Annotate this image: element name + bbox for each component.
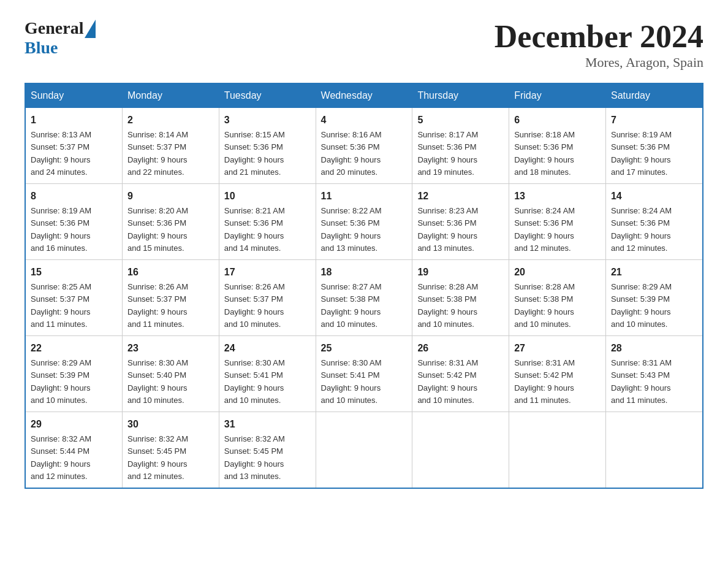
- calendar-cell: 5 Sunrise: 8:17 AMSunset: 5:36 PMDayligh…: [412, 108, 509, 184]
- calendar-cell: [412, 412, 509, 489]
- day-number: 9: [127, 189, 214, 204]
- day-info: Sunrise: 8:32 AMSunset: 5:44 PMDaylight:…: [31, 434, 91, 481]
- calendar-cell: 17 Sunrise: 8:26 AMSunset: 5:37 PMDaylig…: [219, 260, 316, 336]
- calendar-body: 1 Sunrise: 8:13 AMSunset: 5:37 PMDayligh…: [25, 108, 703, 489]
- day-info: Sunrise: 8:25 AMSunset: 5:37 PMDaylight:…: [31, 282, 91, 329]
- calendar-cell: 3 Sunrise: 8:15 AMSunset: 5:36 PMDayligh…: [219, 108, 316, 184]
- calendar-cell: [316, 412, 412, 489]
- day-info: Sunrise: 8:15 AMSunset: 5:36 PMDaylight:…: [224, 130, 285, 177]
- calendar-cell: 27 Sunrise: 8:31 AMSunset: 5:42 PMDaylig…: [509, 336, 606, 412]
- week-row-5: 29 Sunrise: 8:32 AMSunset: 5:44 PMDaylig…: [25, 412, 703, 489]
- calendar-cell: 6 Sunrise: 8:18 AMSunset: 5:36 PMDayligh…: [509, 108, 606, 184]
- logo-blue-text: Blue: [25, 38, 58, 57]
- day-number: 18: [321, 265, 408, 280]
- day-number: 19: [417, 265, 504, 280]
- calendar-cell: [509, 412, 606, 489]
- calendar-cell: 29 Sunrise: 8:32 AMSunset: 5:44 PMDaylig…: [25, 412, 122, 489]
- day-header-saturday: Saturday: [605, 83, 703, 108]
- calendar-cell: 13 Sunrise: 8:24 AMSunset: 5:36 PMDaylig…: [509, 184, 606, 260]
- calendar-cell: 18 Sunrise: 8:27 AMSunset: 5:38 PMDaylig…: [316, 260, 412, 336]
- calendar-cell: 26 Sunrise: 8:31 AMSunset: 5:42 PMDaylig…: [412, 336, 509, 412]
- day-number: 31: [224, 417, 311, 432]
- day-number: 25: [321, 341, 408, 356]
- week-row-3: 15 Sunrise: 8:25 AMSunset: 5:37 PMDaylig…: [25, 260, 703, 336]
- calendar-cell: 14 Sunrise: 8:24 AMSunset: 5:36 PMDaylig…: [605, 184, 703, 260]
- day-info: Sunrise: 8:29 AMSunset: 5:39 PMDaylight:…: [611, 282, 672, 329]
- day-info: Sunrise: 8:13 AMSunset: 5:37 PMDaylight:…: [31, 130, 91, 177]
- calendar-cell: 22 Sunrise: 8:29 AMSunset: 5:39 PMDaylig…: [25, 336, 122, 412]
- day-number: 28: [611, 341, 697, 356]
- logo-triangle-icon: [85, 20, 96, 38]
- calendar-cell: 19 Sunrise: 8:28 AMSunset: 5:38 PMDaylig…: [412, 260, 509, 336]
- calendar-subtitle: Mores, Aragon, Spain: [495, 55, 703, 71]
- day-info: Sunrise: 8:26 AMSunset: 5:37 PMDaylight:…: [224, 282, 285, 329]
- day-header-friday: Friday: [509, 83, 606, 108]
- calendar-cell: 2 Sunrise: 8:14 AMSunset: 5:37 PMDayligh…: [122, 108, 219, 184]
- week-row-4: 22 Sunrise: 8:29 AMSunset: 5:39 PMDaylig…: [25, 336, 703, 412]
- day-number: 4: [321, 113, 408, 128]
- day-info: Sunrise: 8:17 AMSunset: 5:36 PMDaylight:…: [417, 130, 478, 177]
- day-number: 22: [31, 341, 117, 356]
- calendar-cell: 25 Sunrise: 8:30 AMSunset: 5:41 PMDaylig…: [316, 336, 412, 412]
- week-row-1: 1 Sunrise: 8:13 AMSunset: 5:37 PMDayligh…: [25, 108, 703, 184]
- day-info: Sunrise: 8:24 AMSunset: 5:36 PMDaylight:…: [514, 206, 575, 253]
- day-info: Sunrise: 8:32 AMSunset: 5:45 PMDaylight:…: [224, 434, 285, 481]
- calendar-cell: 16 Sunrise: 8:26 AMSunset: 5:37 PMDaylig…: [122, 260, 219, 336]
- day-number: 13: [514, 189, 601, 204]
- day-header-monday: Monday: [122, 83, 219, 108]
- day-number: 10: [224, 189, 311, 204]
- calendar-table: SundayMondayTuesdayWednesdayThursdayFrid…: [25, 83, 703, 489]
- day-info: Sunrise: 8:23 AMSunset: 5:36 PMDaylight:…: [417, 206, 478, 253]
- day-number: 15: [31, 265, 117, 280]
- day-number: 1: [31, 113, 117, 128]
- calendar-cell: [605, 412, 703, 489]
- day-info: Sunrise: 8:30 AMSunset: 5:41 PMDaylight:…: [321, 358, 382, 405]
- calendar-header: SundayMondayTuesdayWednesdayThursdayFrid…: [25, 83, 703, 108]
- day-info: Sunrise: 8:31 AMSunset: 5:42 PMDaylight:…: [514, 358, 575, 405]
- day-info: Sunrise: 8:28 AMSunset: 5:38 PMDaylight:…: [514, 282, 575, 329]
- day-number: 21: [611, 265, 697, 280]
- day-info: Sunrise: 8:21 AMSunset: 5:36 PMDaylight:…: [224, 206, 285, 253]
- day-header-wednesday: Wednesday: [316, 83, 412, 108]
- calendar-cell: 30 Sunrise: 8:32 AMSunset: 5:45 PMDaylig…: [122, 412, 219, 489]
- day-info: Sunrise: 8:30 AMSunset: 5:41 PMDaylight:…: [224, 358, 285, 405]
- calendar-cell: 12 Sunrise: 8:23 AMSunset: 5:36 PMDaylig…: [412, 184, 509, 260]
- calendar-cell: 9 Sunrise: 8:20 AMSunset: 5:36 PMDayligh…: [122, 184, 219, 260]
- day-info: Sunrise: 8:19 AMSunset: 5:36 PMDaylight:…: [31, 206, 91, 253]
- logo: General Blue: [25, 18, 96, 58]
- day-info: Sunrise: 8:20 AMSunset: 5:36 PMDaylight:…: [127, 206, 188, 253]
- day-info: Sunrise: 8:24 AMSunset: 5:36 PMDaylight:…: [611, 206, 672, 253]
- day-number: 20: [514, 265, 601, 280]
- calendar-cell: 8 Sunrise: 8:19 AMSunset: 5:36 PMDayligh…: [25, 184, 122, 260]
- day-header-tuesday: Tuesday: [219, 83, 316, 108]
- day-info: Sunrise: 8:16 AMSunset: 5:36 PMDaylight:…: [321, 130, 382, 177]
- day-number: 8: [31, 189, 117, 204]
- day-number: 11: [321, 189, 408, 204]
- day-number: 30: [127, 417, 214, 432]
- header-row: SundayMondayTuesdayWednesdayThursdayFrid…: [25, 83, 703, 108]
- day-number: 23: [127, 341, 214, 356]
- day-info: Sunrise: 8:31 AMSunset: 5:43 PMDaylight:…: [611, 358, 672, 405]
- day-number: 17: [224, 265, 311, 280]
- calendar-cell: 15 Sunrise: 8:25 AMSunset: 5:37 PMDaylig…: [25, 260, 122, 336]
- logo-general-text: General: [25, 18, 83, 38]
- day-number: 29: [31, 417, 117, 432]
- day-number: 12: [417, 189, 504, 204]
- calendar-cell: 7 Sunrise: 8:19 AMSunset: 5:36 PMDayligh…: [605, 108, 703, 184]
- day-info: Sunrise: 8:28 AMSunset: 5:38 PMDaylight:…: [417, 282, 478, 329]
- calendar-cell: 1 Sunrise: 8:13 AMSunset: 5:37 PMDayligh…: [25, 108, 122, 184]
- calendar-cell: 24 Sunrise: 8:30 AMSunset: 5:41 PMDaylig…: [219, 336, 316, 412]
- day-number: 27: [514, 341, 601, 356]
- day-header-sunday: Sunday: [25, 83, 122, 108]
- day-number: 6: [514, 113, 601, 128]
- calendar-cell: 20 Sunrise: 8:28 AMSunset: 5:38 PMDaylig…: [509, 260, 606, 336]
- calendar-cell: 21 Sunrise: 8:29 AMSunset: 5:39 PMDaylig…: [605, 260, 703, 336]
- page-header: General Blue December 2024 Mores, Aragon…: [25, 18, 703, 71]
- title-block: December 2024 Mores, Aragon, Spain: [495, 18, 703, 71]
- day-number: 26: [417, 341, 504, 356]
- calendar-cell: 23 Sunrise: 8:30 AMSunset: 5:40 PMDaylig…: [122, 336, 219, 412]
- day-number: 3: [224, 113, 311, 128]
- day-number: 2: [127, 113, 214, 128]
- calendar-cell: 11 Sunrise: 8:22 AMSunset: 5:36 PMDaylig…: [316, 184, 412, 260]
- day-info: Sunrise: 8:26 AMSunset: 5:37 PMDaylight:…: [127, 282, 188, 329]
